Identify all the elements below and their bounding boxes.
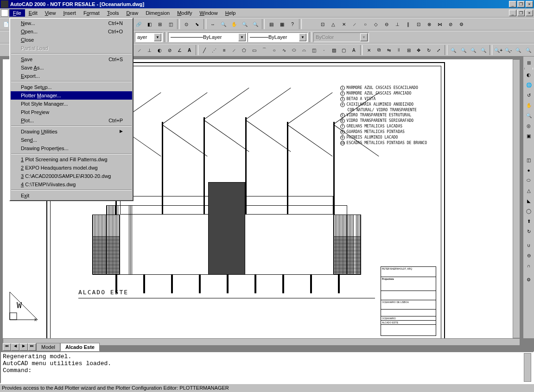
menu-item-plot[interactable]: Plot...Ctrl+P	[11, 116, 132, 125]
shade-icon[interactable]: ▣	[524, 131, 534, 141]
3d-continuous-icon[interactable]: ◎	[524, 120, 534, 131]
xline-icon[interactable]: ⋰	[210, 45, 219, 55]
hatch-icon[interactable]: ▨	[329, 45, 339, 55]
minimize-button[interactable]: _	[509, 1, 516, 7]
zoom-out-icon[interactable]: 🔍-	[503, 45, 513, 55]
zoom-scale-icon[interactable]: 🔍	[469, 45, 478, 55]
snap-insert-icon[interactable]: ⊡	[413, 19, 424, 29]
erase-icon[interactable]: ✕	[364, 45, 374, 55]
dim-angular-icon[interactable]: ∠	[175, 45, 184, 55]
dropdown-arrow-icon[interactable]: ▼	[154, 33, 161, 41]
help-icon[interactable]: ?	[287, 19, 298, 29]
zoom-dynamic-icon[interactable]: 🔍	[459, 45, 469, 55]
solid-cone-icon[interactable]: △	[524, 185, 534, 196]
3d-zoom-icon[interactable]: 🔍	[524, 110, 534, 120]
menu-item-open[interactable]: Open...Ctrl+O	[11, 27, 132, 36]
menu-item-recent-4[interactable]: 4 C:\TEMP\Viivates.dwg	[11, 180, 132, 189]
tab-next-button[interactable]: ▶	[19, 343, 28, 351]
menu-item-plotter-manager[interactable]: Plotter Manager...	[11, 91, 132, 100]
pline-icon[interactable]: ⟋	[229, 45, 239, 55]
layer-dropdown[interactable]: ayer ▼	[135, 32, 163, 42]
snap-perp-icon[interactable]: ⊥	[392, 19, 402, 29]
mdi-close[interactable]: ×	[526, 10, 533, 16]
command-line[interactable]: Regenerating model. AutoCAD menu utiliti…	[0, 351, 534, 384]
zoom-center-icon[interactable]: 🔍	[479, 45, 489, 55]
maximize-button[interactable]: ❐	[517, 1, 525, 7]
menu-item-export[interactable]: Export...	[11, 72, 132, 80]
tab-last-button[interactable]: ⏭	[28, 343, 36, 351]
union-icon[interactable]: ∪	[524, 240, 534, 250]
mline-icon[interactable]: ≡	[220, 45, 229, 55]
snap-extend-icon[interactable]: ⟋	[350, 19, 360, 29]
3d-orbit-icon[interactable]: 🌐	[524, 80, 534, 90]
solid-torus-icon[interactable]: ◯	[524, 206, 534, 216]
menu-format[interactable]: Format	[80, 9, 103, 17]
tool-icon[interactable]: ◧	[144, 19, 154, 29]
mdi-restore[interactable]: ❐	[517, 10, 525, 16]
point-icon[interactable]: ·	[319, 45, 329, 55]
setup-icon[interactable]: ⚙	[524, 274, 534, 285]
ucs-world-icon[interactable]: ⊞	[524, 57, 534, 68]
menu-item-recent-3[interactable]: 3 C:\ACAD2000\SAMPLE\R300-20.dwg	[11, 172, 132, 180]
intersect-icon[interactable]: ∩	[524, 260, 534, 271]
snap-settings-icon[interactable]: ⚙	[456, 19, 466, 29]
vertical-scrollbar[interactable]	[513, 59, 520, 338]
menu-item-send[interactable]: Send...	[11, 136, 132, 144]
tool-icon[interactable]: ◫	[165, 19, 176, 29]
linetype-dropdown[interactable]: ByLayer ▼	[168, 32, 247, 42]
menu-item-save[interactable]: SaveCtrl+S	[11, 55, 132, 63]
array-icon[interactable]: ⊞	[404, 45, 413, 55]
ucs-icon[interactable]: ⬊	[192, 19, 202, 29]
menu-edit[interactable]: Edit	[25, 9, 41, 17]
subtract-icon[interactable]: ⊖	[524, 250, 534, 260]
menu-item-plot-preview[interactable]: Plot Preview	[11, 108, 132, 116]
zoom-all-icon[interactable]: 🔍	[514, 45, 523, 55]
snap-midpoint-icon[interactable]: △	[328, 19, 338, 29]
solid-sphere-icon[interactable]: ●	[524, 165, 534, 175]
zoom-in-icon[interactable]: 🔍+	[494, 45, 503, 55]
mirror-icon[interactable]: ⇋	[384, 45, 394, 55]
ellipse-arc-icon[interactable]: ⌓	[299, 45, 309, 55]
spline-icon[interactable]: ∿	[280, 45, 289, 55]
text-icon[interactable]: A	[184, 45, 194, 55]
arc-icon[interactable]: ⌒	[260, 45, 269, 55]
dim-aligned-icon[interactable]: ⟋	[135, 45, 145, 55]
snap-center-icon[interactable]: ○	[360, 19, 370, 29]
menu-item-drawing-properties[interactable]: Drawing Properties...	[11, 144, 132, 152]
snap-quad-icon[interactable]: ◇	[371, 19, 381, 29]
3d-pan-icon[interactable]: ✋	[524, 100, 534, 110]
dim-radius-icon[interactable]: ◐	[155, 45, 165, 55]
snap-intersect-icon[interactable]: ✕	[339, 19, 349, 29]
menu-window[interactable]: Window	[196, 9, 222, 17]
close-button[interactable]: ×	[526, 1, 533, 7]
menu-item-page-setup[interactable]: Page Setup...	[11, 83, 132, 91]
copy-obj-icon[interactable]: ⧉	[374, 45, 384, 55]
3d-swivel-icon[interactable]: ↺	[524, 90, 534, 100]
menu-item-close[interactable]: Close	[11, 36, 132, 44]
lineweight-dropdown[interactable]: ByLayer ▼	[248, 32, 308, 42]
menu-item-new[interactable]: New...Ctrl+N	[11, 19, 132, 27]
ellipse-icon[interactable]: ⬭	[289, 45, 299, 55]
osnap-icon[interactable]: ⊙	[181, 19, 191, 29]
hyperlink-icon[interactable]: 🔗	[134, 19, 144, 29]
menu-tools[interactable]: Tools	[103, 9, 123, 17]
snap-node-icon[interactable]: ⊗	[424, 19, 434, 29]
circle-icon[interactable]: ○	[269, 45, 279, 55]
zoom-extents-icon[interactable]: 🔍	[523, 45, 533, 55]
color-dropdown[interactable]: ByColor ▼	[313, 32, 369, 42]
block-icon[interactable]: ◫	[309, 45, 319, 55]
rectangle-icon[interactable]: ▭	[249, 45, 259, 55]
menu-draw[interactable]: Draw	[122, 9, 142, 17]
menu-item-recent-2[interactable]: 2 EXPO Headquarters model.dwg	[11, 164, 132, 172]
rotate-icon[interactable]: ↻	[424, 45, 433, 55]
menu-insert[interactable]: Insert	[59, 9, 80, 17]
snap-endpoint-icon[interactable]: ⊡	[318, 19, 328, 29]
tool-icon[interactable]: ⊞	[155, 19, 165, 29]
revolve-icon[interactable]: ↻	[524, 226, 534, 236]
snap-nearest-icon[interactable]: ⋈	[435, 19, 445, 29]
snap-tangent-icon[interactable]: ⊖	[381, 19, 392, 29]
menu-item-exit[interactable]: Exit	[11, 191, 132, 200]
dist-icon[interactable]: ↔	[208, 19, 218, 29]
extrude-icon[interactable]: ⬆	[524, 216, 534, 226]
menu-dimension[interactable]: Dimension	[142, 9, 173, 17]
